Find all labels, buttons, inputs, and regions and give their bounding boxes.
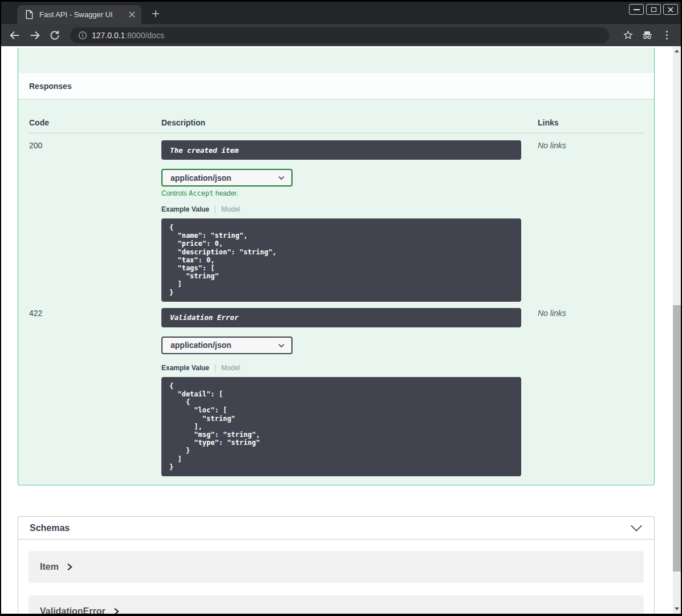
kebab-menu-icon (666, 31, 668, 39)
column-header-description: Description (161, 118, 538, 127)
models-list: Item ValidationError (18, 540, 654, 614)
response-row-422: 422 Validation Error application/json Ex… (29, 302, 643, 476)
minimize-button[interactable] (629, 4, 644, 15)
page-content: Responses Code Description Links 200 The… (1, 46, 681, 614)
response-description-cell: Validation Error application/json Exampl… (161, 308, 538, 476)
schemas-header[interactable]: Schemas (18, 517, 654, 540)
browser-tab[interactable]: Fast API - Swagger UI (17, 5, 141, 24)
schemas-title: Schemas (30, 523, 70, 533)
chevron-down-icon (277, 341, 286, 350)
media-type-select[interactable]: application/json (161, 337, 293, 354)
media-type-select[interactable]: application/json (161, 169, 293, 187)
responses-title: Responses (29, 82, 72, 91)
response-row-200: 200 The created item application/json Co… (29, 133, 643, 302)
back-icon (9, 29, 21, 42)
browser-toolbar: 127.0.0.1:8000/docs (1, 24, 681, 46)
responses-table: Code Description Links 200 The created i… (18, 99, 654, 485)
vertical-scrollbar[interactable] (673, 46, 681, 614)
maximize-button[interactable] (646, 4, 661, 15)
chevron-down-icon[interactable] (630, 524, 643, 532)
reload-icon (49, 30, 60, 41)
model-example-tabs: Example Value Model (161, 205, 538, 213)
schemas-section: Schemas Item ValidationError (18, 516, 655, 614)
example-json-block: { "name": "string", "price": 0, "descrip… (161, 218, 521, 302)
model-item[interactable]: Item (29, 551, 644, 583)
response-description-cell: The created item application/json Contro… (161, 140, 538, 302)
tab-bar: Fast API - Swagger UI (1, 2, 681, 24)
tab-close-icon[interactable] (127, 10, 137, 20)
forward-icon (29, 29, 41, 42)
incognito-badge (639, 27, 656, 43)
response-description-box: Validation Error (161, 308, 521, 327)
tab-title: Fast API - Swagger UI (39, 10, 127, 19)
page-favicon-icon (25, 10, 34, 19)
tab-divider (215, 205, 216, 213)
response-links: No links (538, 140, 643, 302)
back-button[interactable] (7, 27, 23, 43)
responses-table-header: Code Description Links (29, 110, 643, 133)
url-path: :8000/docs (125, 31, 164, 40)
browser-window: Fast API - Swagger UI (1, 2, 681, 614)
column-header-code: Code (29, 118, 161, 127)
response-links: No links (538, 308, 643, 476)
chevron-right-icon (113, 607, 120, 614)
response-description-text: The created item (170, 146, 238, 155)
browser-menu-button[interactable] (658, 27, 675, 43)
scrollbar-thumb[interactable] (673, 305, 681, 572)
tab-example-value[interactable]: Example Value (161, 364, 209, 372)
tab-model[interactable]: Model (221, 205, 240, 213)
incognito-icon (641, 29, 653, 42)
swagger-page: Responses Code Description Links 200 The… (1, 46, 673, 614)
maximize-icon (651, 7, 656, 12)
star-icon (623, 30, 634, 40)
responses-section-header: Responses (18, 73, 654, 99)
window-controls (629, 4, 678, 15)
url-text: 127.0.0.1:8000/docs (92, 31, 164, 40)
tab-divider (215, 364, 216, 372)
model-item[interactable]: ValidationError (29, 595, 644, 614)
scroll-up-icon[interactable] (675, 50, 679, 52)
model-name: ValidationError (40, 606, 105, 614)
address-bar[interactable]: 127.0.0.1:8000/docs (70, 27, 609, 43)
scroll-down-icon[interactable] (675, 607, 679, 610)
note-suffix: header. (213, 189, 238, 197)
accept-header-note: Controls Accept header. (161, 189, 538, 197)
chevron-down-icon (277, 173, 286, 182)
responses-opblock: Responses Code Description Links 200 The… (18, 48, 655, 485)
example-json-block: { "detail": [ { "loc": [ "string" ], "ms… (161, 377, 521, 476)
note-prefix: Controls (161, 189, 189, 197)
response-description-box: The created item (161, 140, 521, 160)
media-type-value: application/json (170, 341, 232, 350)
column-header-links: Links (538, 118, 643, 127)
response-description-text: Validation Error (170, 313, 238, 322)
tab-model[interactable]: Model (221, 364, 240, 372)
site-info-icon[interactable] (78, 31, 87, 40)
close-icon (668, 7, 673, 13)
media-type-value: application/json (170, 173, 232, 183)
tab-example-value[interactable]: Example Value (161, 205, 209, 213)
reload-button[interactable] (47, 27, 63, 43)
forward-button[interactable] (27, 27, 43, 43)
response-code: 200 (29, 140, 161, 302)
response-code: 422 (29, 308, 161, 476)
minimize-icon (634, 9, 640, 10)
model-name: Item (40, 562, 59, 572)
new-tab-button[interactable] (149, 7, 162, 20)
url-host: 127.0.0.1 (92, 31, 125, 40)
close-button[interactable] (663, 4, 678, 15)
model-example-tabs: Example Value Model (161, 364, 538, 372)
opblock-spacer (18, 48, 654, 73)
chevron-right-icon (67, 563, 73, 571)
note-code: Accept (189, 189, 213, 197)
bookmark-button[interactable] (619, 27, 636, 43)
